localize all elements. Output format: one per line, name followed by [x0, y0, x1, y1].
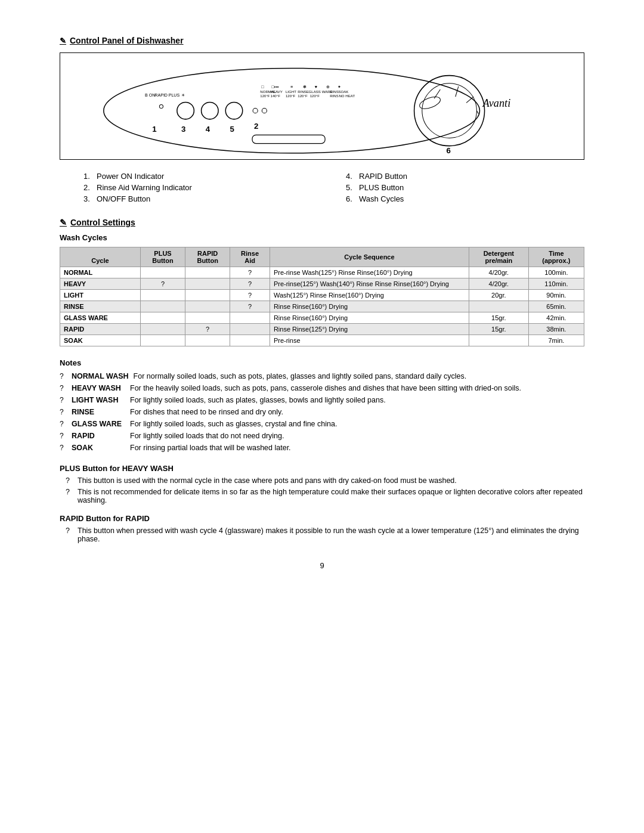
dishwasher-diagram: B ON RAPID PLUS ☀ 1 3 4 5 2 □ □▪▪▪ ≡ ❃	[60, 52, 584, 160]
cycle-cell: HEAVY	[60, 278, 141, 290]
rapid-cell	[185, 301, 230, 312]
plus-cell	[140, 301, 185, 312]
detergent-cell: 15gr.	[469, 312, 528, 324]
svg-point-10	[262, 109, 267, 113]
control-settings-section: ✎ Control Settings Wash Cycles Cycle PLU…	[60, 218, 584, 346]
control-panel-title: Control Panel of Dishwasher	[70, 36, 184, 45]
svg-point-9	[253, 109, 258, 113]
svg-line-41	[456, 86, 459, 97]
svg-point-1	[159, 104, 163, 108]
svg-point-39	[418, 94, 442, 111]
svg-text:LIGHT: LIGHT	[286, 89, 296, 94]
svg-text:Avanti: Avanti	[482, 97, 511, 109]
rinse-cell: ?	[230, 290, 270, 301]
svg-text:❃: ❃	[303, 85, 306, 89]
time-cell: 110min.	[528, 278, 584, 290]
note-term: RINSE	[72, 408, 125, 416]
pencil-icon: ✎	[60, 36, 66, 45]
rapid-cell	[185, 290, 230, 301]
sequence-cell: Pre-rinse(125°) Wash(140°) Rinse Rinse R…	[270, 278, 469, 290]
svg-text:PLUS: PLUS	[169, 93, 180, 98]
detergent-cell: 15gr.	[469, 324, 528, 335]
svg-text:RINS: RINS	[330, 94, 339, 98]
svg-text:6: 6	[447, 146, 451, 155]
sequence-cell: Wash(125°) Rinse Rinse(160°) Drying	[270, 290, 469, 301]
control-panel-section: ✎ Control Panel of Dishwasher B ON RAPID…	[60, 36, 584, 203]
rinse-cell	[230, 312, 270, 324]
svg-text:☀: ☀	[181, 93, 185, 98]
rapid-cell	[185, 267, 230, 278]
time-cell: 65min.	[528, 301, 584, 312]
time-cell: 90min.	[528, 290, 584, 301]
list-item-4: 4. RAPID Button	[346, 172, 584, 181]
svg-point-38	[422, 83, 477, 138]
time-cell: 100min.	[528, 267, 584, 278]
rinse-cell: ?	[230, 267, 270, 278]
svg-text:RINSE: RINSE	[298, 89, 309, 94]
rapid-item-text: This button when pressed with wash cycle…	[78, 527, 584, 543]
pencil-icon-2: ✎	[60, 218, 67, 227]
rapid-cell	[185, 278, 230, 290]
svg-text:5: 5	[230, 125, 234, 134]
svg-text:□▪▪▪: □▪▪▪	[272, 85, 279, 89]
sequence-cell: Rinse Rinse(160°) Drying	[270, 301, 469, 312]
wash-cycles-table: Cycle PLUSButton RAPIDButton RinseAid Cy…	[60, 247, 584, 346]
cycle-cell: GLASS WARE	[60, 312, 141, 324]
svg-text:HEAVY: HEAVY	[271, 89, 283, 94]
note-item: ?HEAVY WASHFor the heavily soiled loads,…	[60, 384, 584, 392]
plus-item-text: This is not recommended for delicate ite…	[78, 488, 584, 504]
cycle-cell: LIGHT	[60, 290, 141, 301]
diagram-svg: B ON RAPID PLUS ☀ 1 3 4 5 2 □ □▪▪▪ ≡ ❃	[60, 53, 584, 159]
svg-text:120°F: 120°F	[260, 94, 270, 98]
notes-title: Notes	[60, 358, 584, 367]
note-item: ?GLASS WAREFor lightly soiled loads, suc…	[60, 420, 584, 428]
svg-text:140°F: 140°F	[271, 94, 281, 98]
svg-text:SOAK: SOAK	[338, 89, 348, 94]
note-term: LIGHT WASH	[72, 396, 125, 404]
svg-text:120°F: 120°F	[310, 94, 320, 98]
plus-list-item: ?This button is used with the normal cyc…	[66, 476, 584, 485]
rinse-cell	[230, 324, 270, 335]
svg-text:120°F: 120°F	[286, 94, 296, 98]
svg-point-0	[104, 68, 480, 153]
note-item: ?NORMAL WASHFor normally soiled loads, s…	[60, 372, 584, 380]
th-cycle: Cycle	[60, 247, 141, 267]
plus-button-title: PLUS Button for HEAVY WASH	[60, 464, 584, 473]
svg-point-7	[202, 102, 218, 119]
svg-text:120°F: 120°F	[298, 94, 308, 98]
th-time: Time(approx.)	[528, 247, 584, 267]
svg-text:B ON: B ON	[145, 93, 155, 98]
cycle-cell: NORMAL	[60, 267, 141, 278]
table-row: GLASS WARE Rinse Rinse(160°) Drying 15gr…	[60, 312, 584, 324]
svg-text:RAPID: RAPID	[154, 93, 168, 98]
svg-text:♥: ♥	[315, 85, 317, 89]
note-desc: For lightly soiled loads, such as plates…	[130, 396, 584, 404]
bullet: ?	[60, 432, 67, 440]
rapid-button-section: RAPID Button for RAPID ?This button when…	[60, 514, 584, 543]
th-rapid: RAPIDButton	[185, 247, 230, 267]
list-item-3: 3. ON/OFF Button	[83, 194, 322, 203]
note-desc: For lightly soiled loads, such as glasse…	[130, 420, 584, 428]
plus-cell	[140, 290, 185, 301]
detergent-cell: 4/20gr.	[469, 267, 528, 278]
svg-point-37	[414, 76, 485, 146]
bullet: ?	[60, 372, 67, 380]
svg-line-43	[476, 111, 478, 114]
time-cell: 42min.	[528, 312, 584, 324]
wash-cycles-subtitle: Wash Cycles	[60, 233, 584, 242]
list-item-5: 5. PLUS Button	[346, 183, 584, 192]
th-detergent: Detergentpre/main	[469, 247, 528, 267]
note-item: ?RINSEFor dishes that need to be rinsed …	[60, 408, 584, 416]
plus-item-text: This button is used with the normal cycl…	[78, 476, 457, 485]
bullet: ?	[60, 420, 67, 428]
detergent-cell	[469, 335, 528, 346]
section-title-control-panel: ✎ Control Panel of Dishwasher	[60, 36, 584, 45]
cycle-cell: SOAK	[60, 335, 141, 346]
bullet: ?	[60, 444, 67, 452]
sequence-cell: Rinse Rinse(125°) Drying	[270, 324, 469, 335]
rapid-button-title: RAPID Button for RAPID	[60, 514, 584, 523]
cycle-cell: RAPID	[60, 324, 141, 335]
rapid-cell	[185, 312, 230, 324]
plus-button-list: ?This button is used with the normal cyc…	[66, 476, 584, 504]
rapid-cell	[185, 335, 230, 346]
